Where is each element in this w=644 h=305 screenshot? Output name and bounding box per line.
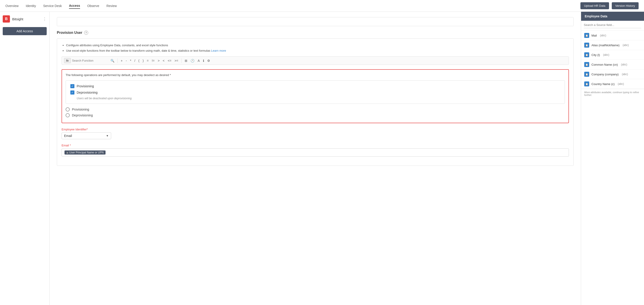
employee-id-label: Employee Identifier* [62,128,569,131]
sidebar-header: B Bitsight ⋮ [3,15,47,23]
radio-deprovisioning[interactable] [66,113,70,117]
search-border [584,23,641,28]
field-name-common-name: Common Name (cn) [592,63,618,66]
email-chip-text: User Principal Name or UPN [69,151,104,154]
field-name-city: City (l) [592,53,600,57]
field-item-city[interactable]: 📋 City (l) (abc) [581,50,644,60]
add-access-button[interactable]: Add Access [3,27,47,35]
divide-operator[interactable]: / [134,59,136,63]
field-icon-mail: 📋 [584,33,589,38]
main-content: Provision User ? Configure attributes us… [50,12,581,305]
operations-box: The following operations are performed b… [62,69,569,123]
greater-than-operator[interactable]: > [157,59,160,63]
email-required-star: * [69,144,71,147]
radio-provisioning-row: Provisioning [66,107,565,111]
settings-icon[interactable]: ⚙ [206,59,211,63]
not-equals-operator[interactable]: != [151,59,155,63]
field-icon-alias: 📋 [584,43,589,48]
text-icon[interactable]: A [197,59,200,63]
nav-overview[interactable]: Overview [6,3,18,9]
select-value: Email [64,134,72,138]
nav-review[interactable]: Review [106,3,117,9]
radio-deprovisioning-row: Deprovisioning [66,113,565,117]
radio-inner [67,109,68,110]
field-type-company: (abc) [622,73,628,76]
layout: B Bitsight ⋮ Add Access Provision User ?… [0,12,644,305]
open-paren[interactable]: ( [138,59,140,63]
radio-deprovisioning-label: Deprovisioning [72,114,93,117]
email-chip: ▣ User Principal Name or UPN [64,150,106,155]
app-name: Bitsight [12,17,23,21]
field-item-country[interactable]: 📋 Country Name (c) (abc) [581,79,644,89]
field-type-city: (abc) [603,53,609,56]
help-icon[interactable]: ? [84,31,88,35]
version-history-button[interactable]: Version History [612,2,638,9]
greater-equal-operator[interactable]: >= [174,59,179,63]
employee-data-header: Employee Data [581,12,644,21]
learn-more-link[interactable]: Learn more [211,49,226,52]
required-star: * [86,128,88,131]
deprovisioning-label: Deprovisioning [77,91,98,94]
info-icon[interactable]: ℹ [202,59,205,63]
provision-hints: Configure attributes using Employee Data… [62,43,569,53]
field-item-mail[interactable]: 📋 Mail (abc) [581,31,644,40]
nav-access[interactable]: Access [69,3,80,9]
search-function-input[interactable] [72,59,108,62]
operations-title: The following operations are performed b… [66,73,565,77]
email-text-input[interactable] [107,151,566,154]
field-type-country: (abc) [618,82,624,86]
field-item-company[interactable]: 📋 Company (company) (abc) [581,70,644,79]
close-paren[interactable]: ) [142,59,144,63]
deprovisioning-checkbox[interactable]: ✓ [70,91,74,95]
less-than-operator[interactable]: < [162,59,166,63]
field-name-alias: Alias (mailNickName) [592,44,620,47]
source-field-search[interactable] [584,23,641,27]
field-type-alias: (abc) [622,44,629,47]
top-border-box [57,17,574,26]
top-nav: Overview Identity Service Desk Access Ob… [0,0,644,12]
provision-box: Configure attributes using Employee Data… [57,38,574,166]
plus-operator[interactable]: + [120,59,124,63]
field-type-common-name: (abc) [621,63,627,66]
nav-actions: Upload HR Data Version History [580,2,638,9]
provisioning-checkbox[interactable]: ✓ [70,84,74,88]
chevron-down-icon: ▼ [106,134,109,137]
field-item-alias[interactable]: 📋 Alias (mailNickName) (abc) [581,40,644,50]
provisioning-label: Provisioning [77,84,94,88]
less-equal-operator[interactable]: <= [167,59,172,63]
multiply-operator[interactable]: * [129,59,132,63]
nav-service-desk[interactable]: Service Desk [43,3,62,9]
grid-icon[interactable]: ⊞ [184,59,188,63]
toolbar-separator [118,59,118,63]
nav-identity[interactable]: Identity [26,3,36,9]
email-input-box[interactable]: ▣ User Principal Name or UPN [62,148,569,157]
equals-operator[interactable]: = [146,59,150,63]
email-label: Email * [62,144,569,147]
field-name-country: Country Name (c) [592,82,615,86]
sidebar: B Bitsight ⋮ Add Access [0,12,50,305]
field-item-common-name[interactable]: 📋 Common Name (cn) (abc) [581,60,644,70]
deprovisioning-row: ✓ Deprovisioning [70,91,560,95]
sidebar-menu-icon[interactable]: ⋮ [42,17,47,22]
nav-items: Overview Identity Service Desk Access Ob… [6,3,117,9]
check-icon: ✓ [71,85,74,88]
clock-icon[interactable]: 🕐 [190,59,195,63]
nav-observe[interactable]: Observe [87,3,99,9]
function-toolbar: fx 🔍 + - * / ( ) = != > < <= >= [62,56,569,65]
minus-operator[interactable]: - [125,59,128,63]
field-icon-company: 📋 [584,72,589,77]
hint-2: Use excel-style functions from the toolb… [66,49,569,53]
logo-box: B [3,15,10,23]
sidebar-logo: B Bitsight [3,15,23,23]
upload-hr-data-button[interactable]: Upload HR Data [580,2,609,9]
provision-user-title: Provision User [57,31,82,35]
employee-id-select[interactable]: Email ▼ [62,132,111,139]
field-name-mail: Mail [592,34,597,37]
panel-search [581,21,644,31]
radio-provisioning[interactable] [66,107,70,111]
fx-button[interactable]: fx [64,58,71,63]
content-inner: Provision User ? Configure attributes us… [50,12,581,305]
email-group: Email * ▣ User Principal Name or UPN [62,144,569,157]
search-icon[interactable]: 🔍 [110,59,115,63]
employee-identifier-group: Employee Identifier* Email ▼ [62,128,569,139]
